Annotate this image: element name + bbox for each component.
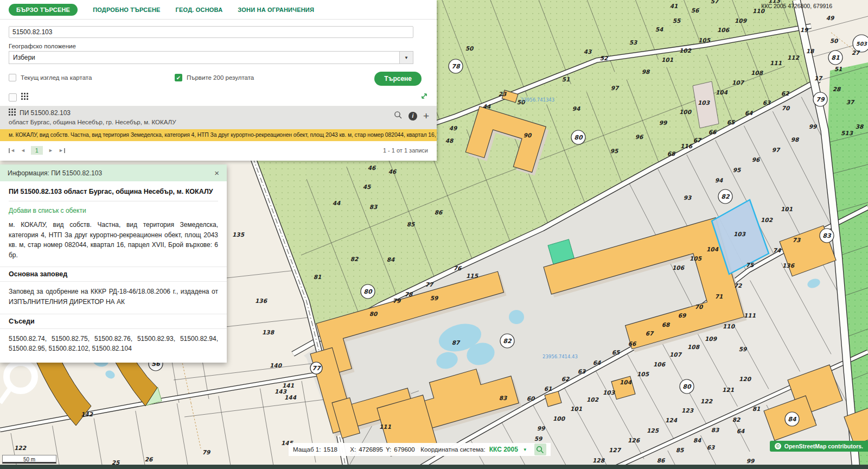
coordinate-search-button[interactable] bbox=[534, 443, 546, 455]
tab-quick-search[interactable]: БЪРЗО ТЪРСЕНЕ bbox=[9, 4, 78, 16]
grid-icon bbox=[9, 109, 16, 117]
last-page-button[interactable]: ► bbox=[59, 148, 65, 153]
parcel-label: 111 bbox=[379, 423, 391, 430]
x-value[interactable]: 4726895 bbox=[359, 446, 383, 453]
parcel-label: 38 bbox=[856, 123, 864, 130]
parcel-label: 108 bbox=[687, 344, 700, 350]
chevron-down-icon[interactable]: ▼ bbox=[399, 52, 413, 64]
parcel-label: 63 bbox=[578, 368, 586, 375]
parcel-label: 103 bbox=[603, 389, 615, 396]
svg-text:78: 78 bbox=[451, 63, 461, 70]
zoom-to-result-icon[interactable] bbox=[394, 111, 403, 122]
svg-text:503: 503 bbox=[856, 41, 867, 47]
search-panel: БЪРЗО ТЪРСЕНЕ ПОДРОБНО ТЪРСЕНЕ ГЕОД. ОСН… bbox=[0, 0, 437, 161]
parcel-label: 105 bbox=[690, 255, 702, 262]
tab-geodetic-basis[interactable]: ГЕОД. ОСНОВА bbox=[176, 4, 223, 16]
parcel-label: 79 bbox=[202, 449, 211, 455]
info-icon[interactable]: i bbox=[409, 112, 417, 121]
parcel-label: 86 bbox=[657, 457, 666, 464]
parcel-label: 102 bbox=[586, 396, 599, 403]
svg-text:79: 79 bbox=[816, 96, 825, 103]
parcel-label: 136 bbox=[782, 262, 795, 269]
parcel-label: 136 bbox=[255, 297, 268, 304]
parcel-label: 28 bbox=[833, 86, 841, 92]
parcel-label: 138 bbox=[262, 329, 275, 335]
parcel-label: 127 bbox=[609, 447, 622, 453]
pool bbox=[509, 310, 524, 324]
parcel-label: 122 bbox=[14, 445, 27, 451]
svg-text:81: 81 bbox=[831, 54, 840, 61]
svg-text:82: 82 bbox=[721, 193, 730, 200]
search-button[interactable]: Търсене bbox=[374, 72, 422, 86]
parcel-label: 27 bbox=[852, 49, 860, 56]
scheme-id-label: 23956.7414.43 bbox=[542, 354, 578, 359]
scale-value[interactable]: 1518 bbox=[323, 446, 347, 453]
parcel-label: 76 bbox=[454, 265, 462, 271]
parcel-label: 108 bbox=[751, 69, 764, 76]
y-label: Y: bbox=[386, 446, 391, 453]
parcel-label: 65 bbox=[612, 349, 620, 356]
close-icon[interactable]: × bbox=[214, 169, 219, 177]
parcel-label: 64 bbox=[737, 428, 745, 434]
parcel-label: 19 bbox=[800, 27, 809, 33]
parcel-label: 90 bbox=[524, 132, 532, 138]
parcel-label: 44 bbox=[483, 103, 491, 110]
prev-page-button[interactable]: ◄ bbox=[21, 148, 25, 153]
parcel-label: 85 bbox=[407, 221, 415, 227]
crs-value[interactable]: ККС 2005 bbox=[489, 446, 518, 453]
parcel-label: 46 bbox=[368, 164, 376, 171]
parcel-label: 103 bbox=[698, 99, 710, 106]
parcel-label: 105 bbox=[698, 37, 711, 43]
current-view-checkbox[interactable] bbox=[9, 74, 16, 81]
y-value[interactable]: 679600 bbox=[394, 446, 418, 453]
parcel-label: 41 bbox=[670, 3, 678, 9]
parcel-label: 49 bbox=[449, 125, 458, 131]
expand-results-icon[interactable] bbox=[420, 92, 428, 102]
parcel-label: 112 bbox=[787, 54, 800, 61]
parcel-label: 109 bbox=[705, 335, 718, 342]
parcel-label: 103 bbox=[733, 231, 746, 237]
first-page-button[interactable]: ◄ bbox=[9, 148, 15, 153]
geo-location-select[interactable]: Избери ▼ bbox=[9, 51, 413, 64]
order-section-heading: Основна заповед bbox=[0, 267, 227, 282]
parcel-label: 121 bbox=[722, 386, 734, 393]
next-page-button[interactable]: ► bbox=[48, 148, 53, 153]
map-status-bar: Мащаб 1: 1518 X: 4726895 Y: 679600 Коорд… bbox=[289, 443, 551, 456]
parcel-label: 101 bbox=[661, 56, 673, 63]
geo-location-value: Избери bbox=[9, 54, 35, 61]
parcel-label: 93 bbox=[684, 194, 692, 201]
tab-detailed-search[interactable]: ПОДРОБНО ТЪРСЕНЕ bbox=[93, 4, 160, 16]
parcel-label: 82 bbox=[732, 416, 741, 423]
tab-restriction-zones[interactable]: ЗОНИ НА ОГРАНИЧЕНИЯ bbox=[238, 4, 314, 16]
search-tabs: БЪРЗО ТЪРСЕНЕ ПОДРОБНО ТЪРСЕНЕ ГЕОД. ОСН… bbox=[0, 0, 437, 20]
current-page[interactable]: 1 bbox=[31, 146, 43, 155]
parcel-label: 109 bbox=[735, 17, 748, 24]
order-text: Заповед за одобрение на КККР РД-18-46/18… bbox=[9, 287, 218, 307]
select-all-checkbox[interactable] bbox=[9, 93, 17, 102]
result-details-highlight[interactable]: м. КОКАЛУ, вид собств. Частна, вид терит… bbox=[0, 129, 437, 141]
crs-label: Координатна система: bbox=[420, 446, 485, 453]
search-input[interactable] bbox=[9, 26, 413, 38]
parcel-label: 53 bbox=[629, 39, 637, 46]
parcel-label: 98 bbox=[642, 68, 650, 75]
parcel-label: 111 bbox=[744, 312, 756, 319]
parcel-label: 142 bbox=[81, 411, 93, 417]
osm-attribution[interactable]: © OpenStreetMap contributors. bbox=[770, 441, 868, 452]
parcel-label: 74 bbox=[773, 247, 781, 253]
parcel-label: 140 bbox=[270, 362, 283, 369]
first-200-checkbox[interactable]: ✔ bbox=[175, 74, 182, 81]
parcel-label: 122 bbox=[700, 398, 713, 404]
add-icon[interactable]: + bbox=[423, 112, 429, 120]
parcel-label: 115 bbox=[466, 272, 478, 279]
parcel-label: 110 bbox=[723, 323, 736, 329]
parcel-label: 54 bbox=[655, 26, 663, 33]
parcel-label: 99 bbox=[809, 123, 818, 130]
add-to-list-link[interactable]: Добави в списък с обекти bbox=[9, 207, 218, 214]
chevron-down-icon[interactable]: ▼ bbox=[523, 447, 527, 452]
svg-text:77: 77 bbox=[312, 365, 321, 372]
result-title: ПИ 51500.82.103 bbox=[20, 109, 71, 117]
parcel-label: 63 bbox=[707, 444, 715, 451]
result-row[interactable]: ПИ 51500.82.103 област Бургас, община Не… bbox=[0, 106, 437, 129]
parcel-label: 94 bbox=[572, 105, 580, 112]
parcel-label: 69 bbox=[678, 312, 687, 319]
